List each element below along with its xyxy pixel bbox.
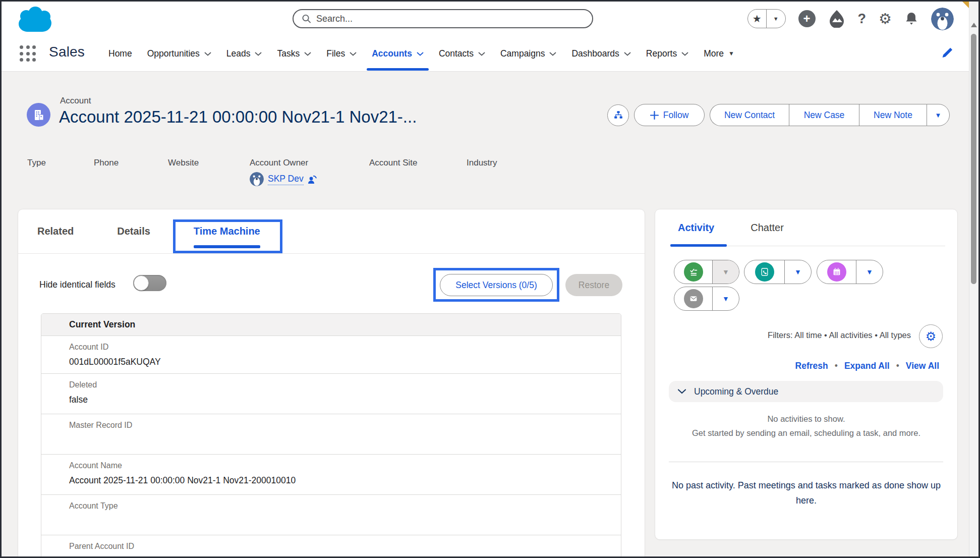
chevron-down-icon [204, 52, 211, 56]
field-label-account-site: Account Site [369, 158, 417, 168]
email-dropdown-button[interactable]: ▼ [713, 287, 739, 310]
new-contact-button[interactable]: New Contact [710, 104, 789, 126]
follow-button[interactable]: Follow [634, 104, 705, 126]
tab-related[interactable]: Related [37, 209, 74, 253]
table-row: Parent Account ID [41, 535, 621, 558]
hide-identical-fields-toggle[interactable] [133, 275, 166, 291]
global-actions-button[interactable]: + [798, 10, 816, 27]
nav-item-campaigns[interactable]: Campaigns [500, 35, 557, 72]
user-avatar[interactable] [931, 8, 954, 30]
table-column-header: Current Version [41, 314, 621, 336]
favorites-button-group[interactable]: ★ ▼ [747, 9, 786, 28]
refresh-link[interactable]: Refresh [795, 361, 828, 371]
nav-item-reports[interactable]: Reports [646, 35, 688, 72]
tab-activity[interactable]: Activity [678, 222, 714, 234]
record-detail-card: Related Details Time Machine Hide identi… [18, 209, 645, 558]
nav-item-home[interactable]: Home [108, 35, 132, 72]
email-button[interactable] [674, 287, 713, 310]
no-activities-text: No activities to show. [655, 414, 957, 424]
setup-gear-icon[interactable]: ⚙ [879, 10, 892, 27]
caret-down-icon: ▼ [722, 268, 729, 276]
app-launcher-icon[interactable] [20, 45, 37, 63]
view-account-hierarchy-button[interactable] [607, 104, 629, 126]
field-label-type: Type [27, 158, 46, 168]
highlights-fields: Type Phone Website Account Owner Account… [2, 158, 969, 203]
active-tab-underline [670, 244, 727, 247]
trailhead-guidance-icon[interactable] [828, 10, 845, 28]
edit-navigation-pencil-icon[interactable] [941, 46, 954, 60]
account-record-icon [27, 103, 50, 127]
salesforce-window: ★ ▼ + ? ⚙ [0, 0, 980, 558]
tabs-divider [18, 253, 645, 254]
caret-down-icon: ▼ [728, 50, 734, 57]
upcoming-overdue-section-header[interactable]: Upcoming & Overdue [669, 381, 943, 402]
search-icon [302, 14, 311, 24]
record-actions-group: New Contact New Case New Note ▼ [710, 104, 950, 126]
scrollbar-up-arrow[interactable] [971, 23, 977, 27]
new-task-button-group: ▼ [674, 260, 739, 284]
field-label-website: Website [168, 158, 199, 168]
app-name: Sales [49, 44, 85, 60]
building-icon [32, 108, 45, 122]
page-content: Account Account 2025-11-21 00:00:00 Nov2… [2, 72, 969, 556]
scrollbar-thumb[interactable] [971, 34, 976, 284]
corner-artifact [962, 2, 969, 8]
search-input[interactable] [316, 14, 584, 24]
caret-down-icon: ▼ [866, 268, 873, 276]
tab-details[interactable]: Details [117, 209, 150, 253]
plus-icon: + [803, 12, 810, 26]
chevron-down-icon [255, 52, 262, 56]
version-table: Current Version Account ID 001dL00001f5a… [41, 313, 621, 558]
restore-button[interactable]: Restore [565, 274, 622, 296]
task-dropdown-button[interactable]: ▼ [713, 260, 739, 284]
get-started-text: Get started by sending an email, schedul… [655, 428, 957, 438]
new-note-button[interactable]: New Note [859, 104, 927, 126]
bullet-separator: • [835, 361, 838, 371]
chevron-down-icon [304, 52, 311, 56]
chevron-down-icon [417, 52, 424, 56]
table-row: Account ID 001dL00001f5aKUQAY [41, 336, 621, 374]
salesforce-logo [13, 4, 59, 34]
event-dropdown-button[interactable]: ▼ [856, 260, 883, 284]
chevron-down-icon [478, 52, 485, 56]
hide-identical-fields-label: Hide identical fields [39, 280, 116, 290]
global-search[interactable] [293, 9, 593, 28]
nav-item-dashboards[interactable]: Dashboards [571, 35, 630, 72]
nav-item-leads[interactable]: Leads [226, 35, 262, 72]
gear-icon: ⚙ [926, 329, 937, 344]
more-actions-button[interactable]: ▼ [927, 104, 950, 126]
help-icon[interactable]: ? [858, 11, 867, 27]
toggle-knob [134, 275, 149, 291]
new-task-button[interactable] [674, 260, 713, 284]
new-event-button[interactable] [817, 260, 856, 284]
account-owner-link[interactable]: SKP Dev [268, 174, 304, 185]
email-button-group: ▼ [674, 287, 739, 311]
vertical-scrollbar[interactable] [969, 2, 978, 556]
call-dropdown-button[interactable]: ▼ [785, 260, 811, 284]
table-row: Master Record ID [41, 414, 621, 455]
nav-item-opportunities[interactable]: Opportunities [147, 35, 211, 72]
annotation-box-select-versions [433, 268, 559, 302]
favorites-menu-button[interactable]: ▼ [767, 10, 785, 28]
table-row: Account Type [41, 495, 621, 535]
nav-item-files[interactable]: Files [326, 35, 357, 72]
view-all-link[interactable]: View All [906, 361, 939, 371]
new-case-button[interactable]: New Case [789, 104, 859, 126]
notification-bell-icon[interactable] [904, 11, 918, 26]
log-a-call-button[interactable] [744, 260, 785, 284]
tab-chatter[interactable]: Chatter [751, 222, 784, 234]
nav-item-contacts[interactable]: Contacts [439, 35, 485, 72]
new-event-button-group: ▼ [817, 260, 883, 284]
chevron-down-icon [350, 52, 357, 56]
nav-item-accounts[interactable]: Accounts [372, 35, 424, 72]
entity-label: Account [60, 96, 91, 106]
chevron-down-icon [549, 52, 556, 56]
activity-settings-button[interactable]: ⚙ [919, 324, 943, 348]
favorite-star-button[interactable]: ★ [748, 10, 767, 28]
expand-all-link[interactable]: Expand All [844, 361, 890, 371]
change-owner-icon[interactable] [308, 174, 317, 184]
nav-item-more[interactable]: More▼ [704, 35, 734, 72]
activity-filters-text: Filters: All time • All activities • All… [768, 330, 911, 340]
email-icon [688, 293, 699, 304]
nav-item-tasks[interactable]: Tasks [277, 35, 311, 72]
